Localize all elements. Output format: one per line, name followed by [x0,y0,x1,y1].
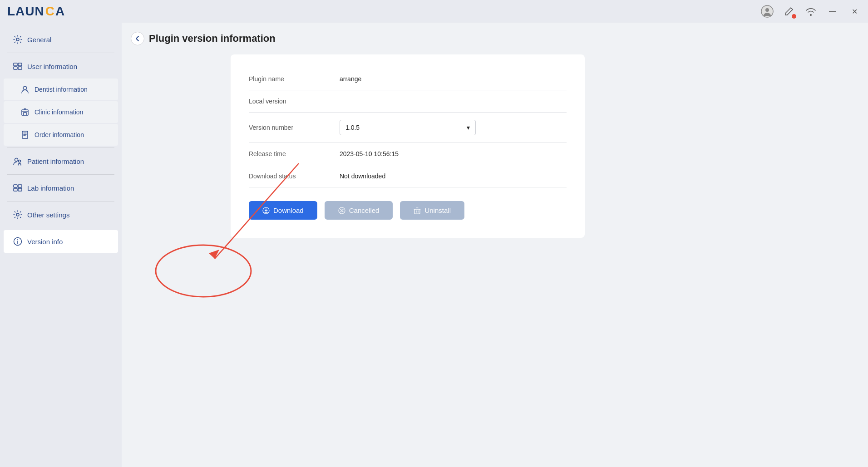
svg-point-7 [23,86,27,90]
version-select-value: 1.0.5 [345,124,360,131]
release-time-label: Release time [249,150,340,157]
sidebar-item-patient[interactable]: Patient information [4,150,118,172]
content-wrapper: Plugin name arrange Local version Versio… [131,54,859,238]
divider-5 [7,228,114,228]
user-icon[interactable] [761,5,774,18]
cancelled-button[interactable]: Cancelled [325,201,393,220]
plugin-name-row: Plugin name arrange [249,68,567,90]
logo-text-end: A [55,4,64,19]
titlebar: LAUNCA — ✕ [0,0,868,23]
svg-rect-15 [18,188,22,191]
svg-point-18 [17,239,18,240]
local-version-label: Local version [249,98,340,105]
clinic-label: Clinic information [35,108,83,116]
minimize-button[interactable]: — [826,5,839,18]
sidebar-item-version[interactable]: Version info [4,230,118,253]
logo-text-laun: LAUN [7,4,44,19]
version-icon [13,236,23,246]
dentist-label: Dentist information [35,86,88,93]
divider-2 [7,147,114,148]
sidebar-item-other[interactable]: Other settings [4,203,118,226]
app-logo: LAUNCA [7,4,64,19]
sidebar-item-lab[interactable]: Lab information [4,177,118,199]
divider-3 [7,174,114,175]
page-header: Plugin version information [131,32,859,45]
plugin-card: Plugin name arrange Local version Versio… [231,54,585,238]
other-icon [13,210,23,220]
uninstall-icon [414,207,421,214]
content-area: Plugin version information Plugin name a… [122,23,868,467]
chevron-down-icon: ▾ [467,124,470,131]
order-label: Order information [35,131,84,138]
sidebar-item-general[interactable]: General [4,28,118,51]
svg-point-22 [156,245,251,297]
svg-rect-5 [14,67,17,69]
order-icon [20,130,30,140]
release-time-row: Release time 2023-05-10 10:56:15 [249,143,567,165]
sidebar: General User information [0,23,122,467]
svg-point-1 [765,8,769,12]
svg-rect-21 [414,209,420,214]
lab-icon [13,183,23,193]
svg-rect-12 [14,185,17,187]
cancelled-icon [338,207,345,214]
svg-point-11 [19,160,21,162]
lab-label: Lab information [27,184,74,192]
pen-badge [792,14,796,19]
svg-rect-14 [14,188,17,191]
svg-rect-13 [18,185,22,187]
plugin-name-label: Plugin name [249,75,340,83]
svg-point-2 [16,38,19,41]
user-info-label: User information [27,63,77,70]
divider-1 [7,53,114,53]
download-status-label: Download status [249,172,340,180]
main-layout: General User information [0,23,868,467]
plugin-name-value: arrange [340,75,361,83]
svg-marker-24 [209,250,219,259]
download-status-row: Download status Not downloaded [249,165,567,187]
uninstall-label: Uninstall [424,206,451,214]
svg-point-10 [15,158,18,162]
other-label: Other settings [27,211,69,219]
uninstall-button[interactable]: Uninstall [400,201,464,220]
patient-label: Patient information [27,157,84,165]
version-number-label: Version number [249,124,340,131]
version-label: Version info [27,238,63,246]
svg-rect-6 [18,67,22,69]
svg-rect-3 [14,63,17,66]
sidebar-item-order[interactable]: Order information [4,124,118,146]
back-button[interactable] [131,32,144,45]
logo-text-c: C [45,4,54,19]
divider-4 [7,201,114,202]
download-status-value: Not downloaded [340,172,385,180]
general-label: General [27,36,51,44]
svg-rect-9 [22,131,28,138]
close-button[interactable]: ✕ [848,5,861,18]
clinic-icon [20,107,30,117]
general-icon [13,34,23,44]
cancelled-label: Cancelled [349,206,380,214]
sidebar-item-dentist[interactable]: Dentist information [4,79,118,100]
download-button[interactable]: Download [249,201,317,220]
sidebar-item-clinic[interactable]: Clinic information [4,101,118,123]
dentist-icon [20,84,30,94]
sidebar-item-user-info[interactable]: User information [4,55,118,78]
actions-row: Download Cancelled [249,201,567,220]
svg-point-16 [16,213,19,216]
version-number-row: Version number 1.0.5 ▾ [249,113,567,143]
patient-icon [13,156,23,166]
download-icon [262,207,270,214]
release-time-value: 2023-05-10 10:56:15 [340,150,399,157]
pen-icon[interactable] [783,5,795,18]
version-select[interactable]: 1.0.5 ▾ [340,120,476,135]
download-label: Download [273,206,304,214]
local-version-row: Local version [249,90,567,113]
user-info-icon [13,61,23,71]
titlebar-controls: — ✕ [761,5,861,18]
svg-rect-4 [18,63,22,66]
page-title: Plugin version information [149,33,276,44]
wifi-icon[interactable] [804,5,817,18]
